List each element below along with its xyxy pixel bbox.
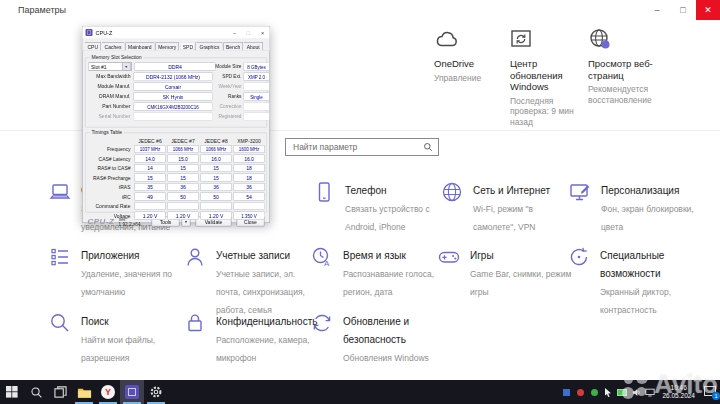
timing-value: 14 <box>135 164 166 172</box>
laptop-icon <box>48 180 72 204</box>
timing-value: 1.20 V <box>201 212 232 220</box>
chevron-down-icon[interactable]: ▼ <box>122 63 131 71</box>
tile-subtitle: Wi-Fi, режим "в самолете", VPN <box>473 204 536 232</box>
cpuz-title: CPU-Z <box>96 30 228 36</box>
tile-subtitle: Обновления Windows <box>343 353 429 363</box>
row-label: tRC <box>88 194 134 200</box>
start-button[interactable] <box>0 380 24 404</box>
tile-onedrive[interactable]: OneDrive Управление <box>434 28 506 83</box>
timing-value: 18 <box>234 164 265 172</box>
settings-window-title: Параметры <box>18 5 66 15</box>
settings-minimize-button[interactable]: – <box>644 0 670 20</box>
tile-search[interactable]: Поиск Найти мои файлы, разрешения <box>48 311 175 365</box>
network-display-icon[interactable] <box>645 387 655 397</box>
tile-games[interactable]: Игры Game Bar, снимки, режим игры <box>437 245 584 299</box>
tray-app-green-icon[interactable] <box>589 387 599 397</box>
tile-network-internet[interactable]: Сеть и Интернет Wi-Fi, режим "в самолете… <box>440 180 569 234</box>
tile-web-browsing[interactable]: Просмотр веб-страниц Рекомендуется восст… <box>588 28 666 105</box>
cpuz-minimize-button[interactable]: – <box>228 30 242 36</box>
tray-app-blue-icon[interactable] <box>561 387 571 397</box>
cpuz-tab-bar: CPU Caches Mainboard Memory SPD Graphics… <box>83 39 270 52</box>
tab-caches[interactable]: Caches <box>102 42 125 51</box>
taskbar-search-icon[interactable] <box>24 380 48 404</box>
field-value: SK Hynix <box>134 93 213 101</box>
notification-badge: 1 <box>712 392 720 400</box>
tile-title: Сеть и Интернет <box>473 185 550 196</box>
settings-gear-icon[interactable] <box>144 380 168 404</box>
tile-title: Просмотр веб-страниц <box>588 58 666 81</box>
row-label: RAS# to CAS# <box>88 165 134 171</box>
tile-subtitle: Game Bar, снимки, режим игры <box>470 269 571 297</box>
action-center-icon[interactable]: 1 <box>704 386 718 398</box>
row-label: tRAS <box>88 184 134 190</box>
field-label: Serial Number <box>88 114 131 120</box>
field-value: DDR4-2132 (1066 MHz) <box>134 73 213 81</box>
tab-mainboard[interactable]: Mainboard <box>125 42 155 51</box>
memory-type-value: DDR4 <box>135 63 216 71</box>
cpuz-close-button[interactable]: × <box>256 30 270 36</box>
timing-value <box>168 202 199 210</box>
tile-title: OneDrive <box>434 58 506 70</box>
settings-maximize-button[interactable]: □ <box>670 0 696 20</box>
cpuz-window: CPU-Z – □ × CPU Caches Mainboard Memory … <box>82 26 270 223</box>
tile-phone[interactable]: Телефон Связать устройство с Android, iP… <box>312 180 447 234</box>
settings-close-button[interactable]: ✕ <box>696 0 720 20</box>
timing-value: 15 <box>168 164 199 172</box>
tab-cpu[interactable]: CPU <box>85 42 102 51</box>
timing-value: 18 <box>234 174 265 182</box>
column-header: JEDEC #7 <box>167 138 200 144</box>
battery-icon[interactable] <box>617 387 627 397</box>
volume-icon[interactable] <box>631 387 641 397</box>
tab-bench[interactable]: Bench <box>223 42 243 51</box>
tile-windows-update-status[interactable]: Центр обновления Windows Последняя прове… <box>510 28 578 127</box>
row-label: CAS# Latency <box>88 156 134 162</box>
timing-value: 15 <box>168 174 199 182</box>
field-label: Correction <box>215 104 242 110</box>
tile-title: Персонализация <box>601 185 679 196</box>
tile-subtitle: Экранный диктор, контрастность <box>600 287 671 315</box>
cpuz-taskbar-icon[interactable] <box>120 380 144 404</box>
tab-memory[interactable]: Memory <box>155 42 179 51</box>
tab-spd[interactable]: SPD <box>180 42 196 51</box>
tile-apps[interactable]: Приложения Удаление, значения по умолчан… <box>48 245 189 299</box>
taskbar-clock[interactable]: 10:46 26.05.2024 <box>659 384 698 400</box>
tray-app-red-icon[interactable] <box>575 387 585 397</box>
row-label: RAS# Precharge <box>88 175 134 181</box>
search-icon[interactable] <box>423 142 433 152</box>
tile-privacy[interactable]: Конфиденциальность Расположение, камера,… <box>183 311 330 365</box>
tile-title: Приложения <box>81 250 140 261</box>
tile-ease-of-access[interactable]: Специальные возможности Экранный диктор,… <box>567 245 700 317</box>
task-view-icon[interactable] <box>48 380 72 404</box>
field-label: Week/Year <box>215 84 242 90</box>
field-label: Module Manuf. <box>88 84 131 90</box>
phone-icon <box>312 180 336 204</box>
svg-text:A: A <box>324 259 330 268</box>
slot-selector[interactable]: Slot #1 ▼ <box>89 62 132 71</box>
field-value: Corsair <box>134 83 213 91</box>
tab-graphics[interactable]: Graphics <box>196 42 222 51</box>
yandex-browser-icon[interactable]: Y <box>96 380 120 404</box>
tab-about[interactable]: About <box>244 42 263 51</box>
cpuz-titlebar[interactable]: CPU-Z – □ × <box>83 27 270 39</box>
search-input[interactable] <box>286 142 423 152</box>
timing-value: 1037 MHz <box>135 145 166 153</box>
tile-subtitle: Найти мои файлы, разрешения <box>81 335 155 363</box>
file-explorer-icon[interactable] <box>72 380 96 404</box>
timing-value: 14.0 <box>135 155 166 163</box>
tile-subtitle: Рекомендуется восстановление <box>588 84 666 105</box>
tile-update-security[interactable]: Обновление и безопасность Обновления Win… <box>310 311 457 365</box>
cpuz-app-icon <box>86 29 93 36</box>
field-value <box>244 113 270 121</box>
tile-accounts[interactable]: Учетные записи Учетные записи, эл. почта… <box>183 245 320 317</box>
tile-subtitle: Управление <box>434 73 506 84</box>
tile-title: Обновление и безопасность <box>343 316 409 345</box>
tile-time-language[interactable]: A Время и язык Распознавание голоса, рег… <box>310 245 453 299</box>
taskbar: Y 10: <box>0 380 720 404</box>
timing-value: 1066 MHz <box>168 145 199 153</box>
timing-value: 1.20 V <box>168 212 199 220</box>
tile-personalization[interactable]: Персонализация Фон, экран блокировки, цв… <box>568 180 717 234</box>
timing-value <box>135 202 166 210</box>
timing-value: 54 <box>234 193 265 201</box>
cursor-icon <box>603 387 613 397</box>
tile-subtitle: Распознавание голоса, регион, дата <box>343 269 434 297</box>
